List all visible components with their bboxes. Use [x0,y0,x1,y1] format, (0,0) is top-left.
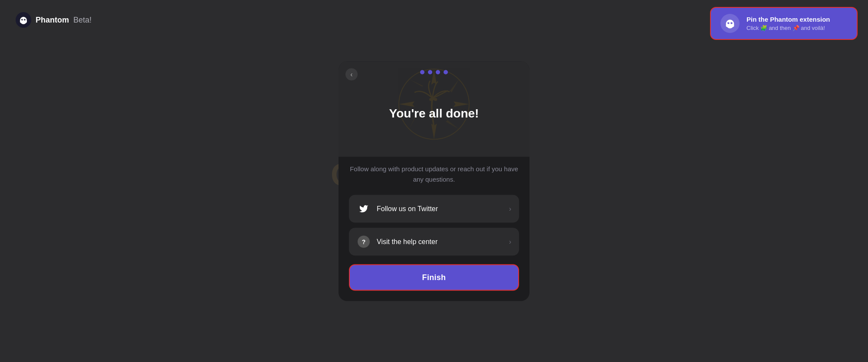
dot-2 [428,70,432,74]
dot-4 [444,70,448,74]
pagination-dots [420,70,448,74]
back-button[interactable]: ‹ [345,68,358,80]
notification-phantom-icon [720,14,740,33]
twitter-chevron-icon: › [509,205,511,212]
help-circle-icon: ? [358,235,370,248]
svg-point-12 [728,23,729,23]
help-icon: ? [357,235,371,248]
modal-title: You're all done! [389,106,479,120]
twitter-action-label: Follow us on Twitter [377,205,503,212]
svg-point-7 [726,20,734,28]
twitter-icon [357,202,371,215]
svg-rect-8 [726,24,728,27]
phantom-logo-icon [16,12,31,28]
back-chevron-icon: ‹ [350,70,352,78]
svg-rect-9 [732,24,734,27]
palm-tree-watermark [395,65,473,145]
svg-rect-2 [25,20,27,23]
svg-point-4 [24,19,26,21]
pin-notification: Pin the Phantom extension Click 🧩 and th… [710,7,858,40]
modal-subtitle: Follow along with product updates or rea… [349,163,519,184]
svg-point-5 [22,19,23,20]
onboarding-modal: ‹ You're all done! Follow along with pro… [339,61,529,301]
notification-content: Pin the Phantom extension Click 🧩 and th… [746,16,830,31]
top-bar: Phantom Beta! [16,12,92,28]
help-action-label: Visit the help center [377,238,503,245]
dot-3 [436,70,440,74]
beta-label: Beta! [73,16,92,25]
finish-button[interactable]: Finish [349,264,519,290]
notification-subtitle: Click 🧩 and then 📌 and voilà! [746,25,830,31]
svg-point-13 [732,23,732,23]
modal-body: Follow along with product updates or rea… [339,163,529,301]
svg-point-25 [434,98,437,101]
notification-title: Pin the Phantom extension [746,16,830,23]
svg-point-11 [730,22,732,24]
svg-point-0 [20,17,27,24]
dot-1 [420,70,424,74]
help-action-row[interactable]: ? Visit the help center › [349,228,519,255]
svg-point-6 [25,19,25,20]
svg-point-10 [727,22,729,24]
help-chevron-icon: › [509,238,511,245]
svg-marker-22 [409,79,423,88]
svg-point-3 [21,19,23,21]
app-name: Phantom [36,16,69,25]
twitter-action-row[interactable]: Follow us on Twitter › [349,195,519,222]
modal-header: ‹ You're all done! [339,61,529,157]
svg-rect-1 [20,20,22,23]
